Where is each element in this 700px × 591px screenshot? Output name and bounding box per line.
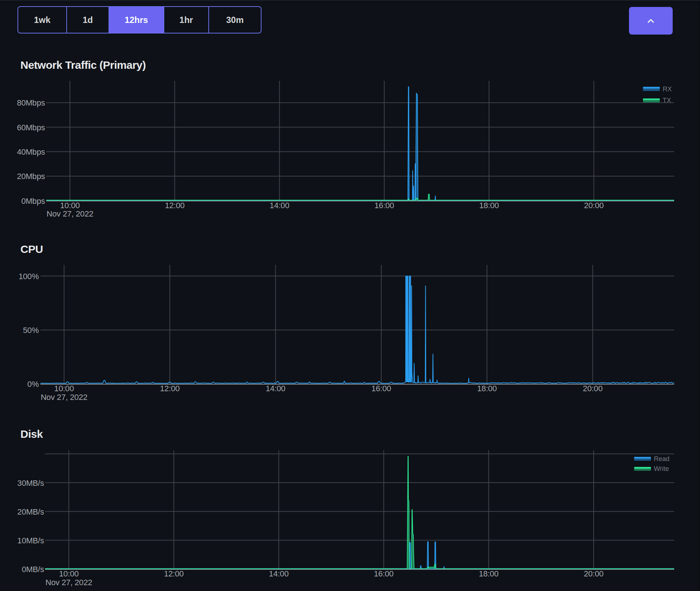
svg-text:12:00: 12:00 xyxy=(160,384,180,393)
svg-text:TX: TX xyxy=(663,97,671,104)
svg-text:18:00: 18:00 xyxy=(479,569,499,578)
svg-text:40Mbps: 40Mbps xyxy=(17,147,45,156)
svg-text:Read: Read xyxy=(654,455,669,463)
svg-text:0MB/s: 0MB/s xyxy=(22,565,44,574)
svg-text:14:00: 14:00 xyxy=(270,201,289,210)
svg-text:Write: Write xyxy=(654,465,669,472)
svg-text:16:00: 16:00 xyxy=(371,384,391,393)
svg-text:CPU: CPU xyxy=(20,243,43,255)
svg-text:20:00: 20:00 xyxy=(584,201,603,210)
svg-text:10MB/s: 10MB/s xyxy=(17,536,44,545)
svg-text:20MB/s: 20MB/s xyxy=(17,507,44,516)
svg-text:20Mbps: 20Mbps xyxy=(17,172,45,181)
svg-text:20:00: 20:00 xyxy=(583,384,602,393)
svg-text:Nov 27, 2022: Nov 27, 2022 xyxy=(46,578,92,587)
svg-text:16:00: 16:00 xyxy=(374,201,394,210)
svg-text:Nov 27, 2022: Nov 27, 2022 xyxy=(41,393,87,402)
svg-text:12:00: 12:00 xyxy=(165,201,185,210)
svg-text:10:00: 10:00 xyxy=(60,201,80,210)
svg-text:Disk: Disk xyxy=(20,428,43,440)
svg-text:20:00: 20:00 xyxy=(584,569,603,578)
svg-text:RX: RX xyxy=(663,86,672,93)
svg-text:10:00: 10:00 xyxy=(54,384,74,393)
svg-text:14:00: 14:00 xyxy=(266,384,285,393)
svg-text:60Mbps: 60Mbps xyxy=(17,123,45,132)
svg-text:Nov 27, 2022: Nov 27, 2022 xyxy=(47,209,93,218)
svg-text:0%: 0% xyxy=(27,380,39,389)
svg-text:30MB/s: 30MB/s xyxy=(17,479,44,488)
svg-text:14:00: 14:00 xyxy=(269,569,288,578)
svg-text:80Mbps: 80Mbps xyxy=(17,98,45,107)
svg-text:0Mbps: 0Mbps xyxy=(21,197,45,206)
svg-text:50%: 50% xyxy=(23,326,39,335)
svg-text:18:00: 18:00 xyxy=(477,384,497,393)
svg-text:18:00: 18:00 xyxy=(479,201,499,210)
svg-text:10:00: 10:00 xyxy=(59,569,79,578)
svg-text:16:00: 16:00 xyxy=(374,569,394,578)
svg-text:Network Traffic (Primary): Network Traffic (Primary) xyxy=(20,59,146,71)
svg-text:100%: 100% xyxy=(19,272,39,281)
svg-text:12:00: 12:00 xyxy=(164,569,184,578)
